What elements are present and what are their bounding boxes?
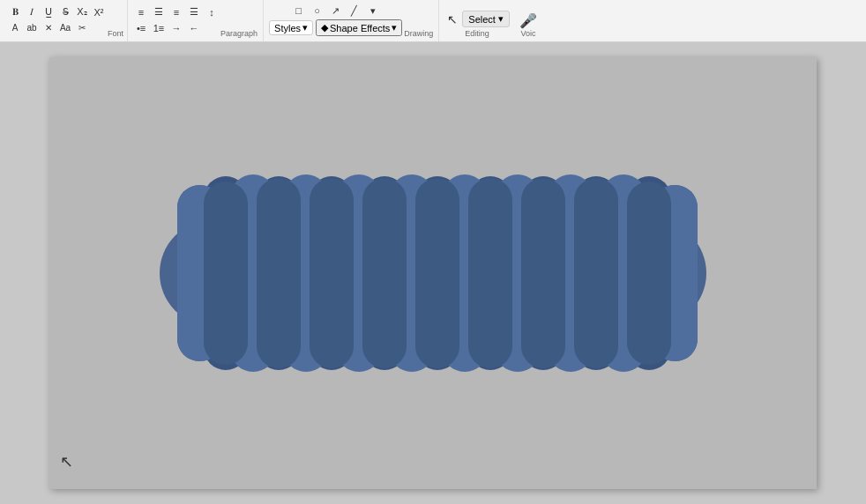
voice-group-label: Voic xyxy=(520,29,535,38)
svg-rect-33 xyxy=(362,178,407,368)
coil-shape-container[interactable] xyxy=(124,132,742,414)
font-highlight-icon[interactable]: ab xyxy=(24,21,40,35)
ribbon-toolbar: 𝐁 𝐼 U̲ S̶ X₂ X² A ab ✕ Aa ✂ Font ≡ ☰ ≡ xyxy=(0,0,866,42)
editing-group: ↖ Select ▾ Editing xyxy=(439,0,515,41)
shape-rect-icon[interactable]: □ xyxy=(291,4,307,18)
shape-arrow-icon[interactable]: ↗ xyxy=(328,4,344,18)
outdent-icon[interactable]: ← xyxy=(186,21,202,35)
document-area: ↖ xyxy=(0,42,866,504)
shape-oval-icon[interactable]: ○ xyxy=(310,4,325,18)
editing-group-label: Editing xyxy=(465,29,489,38)
numbering-icon[interactable]: 1≡ xyxy=(151,21,167,35)
svg-rect-37 xyxy=(574,178,618,368)
voice-content: 🎤 xyxy=(520,13,536,27)
svg-rect-30 xyxy=(204,182,248,365)
shape-effects-button[interactable]: ◆ Shape Effects ▾ xyxy=(316,19,402,36)
drawing-shapes-row: □ ○ ↗ ╱ ▾ xyxy=(291,4,381,18)
svg-rect-38 xyxy=(627,182,671,365)
indent-icon[interactable]: → xyxy=(168,21,184,35)
font-subscript-icon[interactable]: X₂ xyxy=(74,5,90,19)
font-superscript-icon[interactable]: X² xyxy=(91,5,107,19)
shape-line-icon[interactable]: ╱ xyxy=(347,4,362,18)
styles-label: Styles xyxy=(274,23,301,33)
justify-icon[interactable]: ☰ xyxy=(186,5,202,19)
document-page[interactable]: ↖ xyxy=(49,57,817,489)
mouse-cursor: ↖ xyxy=(60,452,73,471)
font-color-icon[interactable]: A xyxy=(7,21,23,35)
svg-rect-34 xyxy=(415,178,459,368)
editing-content: ↖ Select ▾ xyxy=(444,11,510,27)
align-center-icon[interactable]: ☰ xyxy=(151,5,167,19)
line-spacing-icon[interactable]: ↕ xyxy=(204,5,220,19)
align-left-icon[interactable]: ≡ xyxy=(133,5,149,19)
select-chevron-icon: ▾ xyxy=(498,13,504,25)
font-underline-icon[interactable]: U̲ xyxy=(41,5,56,19)
shape-more-icon[interactable]: ▾ xyxy=(365,4,381,18)
font-clear-icon[interactable]: ✕ xyxy=(41,21,56,35)
svg-rect-32 xyxy=(310,178,354,368)
coil-svg xyxy=(124,132,742,414)
styles-button[interactable]: Styles ▾ xyxy=(269,20,313,35)
shape-effects-icon: ◆ xyxy=(321,22,328,33)
font-bold-icon[interactable]: 𝐁 xyxy=(7,5,23,19)
select-button[interactable]: Select ▾ xyxy=(462,11,510,27)
select-label: Select xyxy=(468,14,496,25)
shape-effects-label: Shape Effects xyxy=(330,23,390,33)
microphone-icon[interactable]: 🎤 xyxy=(520,13,536,27)
svg-rect-36 xyxy=(521,178,565,368)
shape-effects-chevron-icon: ▾ xyxy=(392,22,397,33)
svg-rect-35 xyxy=(468,178,512,368)
styles-chevron-icon: ▾ xyxy=(302,22,308,33)
font-case-icon[interactable]: Aa xyxy=(57,21,73,35)
font-italic-icon[interactable]: 𝐼 xyxy=(24,5,40,19)
bullets-icon[interactable]: •≡ xyxy=(133,21,149,35)
paragraph-group-label: Paragraph xyxy=(220,29,258,40)
align-right-icon[interactable]: ≡ xyxy=(168,5,184,19)
drawing-group-label: Drawing xyxy=(404,29,433,40)
svg-rect-31 xyxy=(257,178,301,368)
font-size-icon[interactable]: ✂ xyxy=(74,21,90,35)
font-group-label: Font xyxy=(108,29,123,40)
font-strikethrough-icon[interactable]: S̶ xyxy=(57,5,73,19)
cursor-select-icon[interactable]: ↖ xyxy=(444,12,460,26)
voice-group: 🎤 Voic xyxy=(515,0,541,41)
